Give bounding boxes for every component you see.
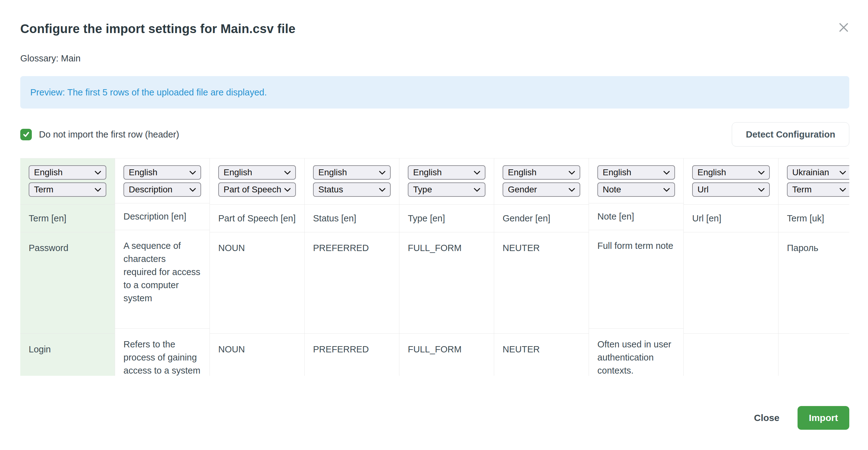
skip-header-checkbox[interactable] (20, 129, 32, 140)
chevron-down-icon (379, 188, 386, 192)
table-column: English Status Status [en] PREFERRED PRE… (305, 158, 399, 376)
chevron-down-icon (663, 188, 670, 192)
chevron-down-icon (568, 188, 575, 192)
table-cell (684, 334, 778, 376)
table-cell: FULL_FORM (399, 334, 494, 376)
chevron-down-icon (94, 171, 101, 175)
column-mapping-controls: English Description (115, 158, 210, 203)
table-column: Ukrainian Term Term [uk] Пароль (778, 158, 849, 376)
table-cell (778, 334, 849, 376)
table-cell: FULL_FORM (399, 232, 494, 334)
chevron-down-icon (758, 171, 765, 175)
scheme-select-value: Description (129, 185, 173, 194)
glossary-label: Glossary: (20, 53, 58, 63)
preview-info-text: Preview: The first 5 rows of the uploade… (30, 87, 267, 98)
table-cell: A sequence of characters required for ac… (115, 230, 210, 329)
x-glyph (839, 23, 849, 32)
table-column: English Part of Speech Part of Speech [e… (210, 158, 305, 376)
language-select-value: English (318, 168, 347, 177)
scheme-select-value: Note (603, 185, 621, 194)
language-select-value: English (34, 168, 63, 177)
chevron-down-icon (839, 171, 846, 175)
language-select[interactable]: English (29, 165, 106, 180)
language-select[interactable]: English (218, 165, 296, 180)
language-select[interactable]: English (123, 165, 201, 180)
modal-header: Configure the import settings for Main.c… (20, 18, 849, 36)
language-select[interactable]: English (408, 165, 486, 180)
column-mapping-controls: English Type (399, 158, 494, 205)
language-select[interactable]: English (503, 165, 580, 180)
language-select-value: English (603, 168, 631, 177)
language-select[interactable]: English (313, 165, 391, 180)
preview-table: English Term Term [en] Password Login En… (20, 158, 849, 376)
table-cell: PREFERRED (305, 232, 399, 334)
column-header: Gender [en] (494, 205, 589, 232)
table-cell: NOUN (210, 334, 304, 376)
language-select[interactable]: Ukrainian (787, 165, 849, 180)
glossary-value: Main (61, 53, 81, 63)
chevron-down-icon (758, 188, 765, 192)
close-icon[interactable] (837, 21, 850, 34)
column-header: Term [uk] (778, 205, 849, 232)
column-mapping-controls: English Status (305, 158, 399, 205)
language-select[interactable]: English (692, 165, 770, 180)
column-header: Status [en] (305, 205, 399, 232)
table-column: English Description Description [en] A s… (115, 158, 210, 376)
checkmark-icon (22, 130, 30, 139)
column-header: Part of Speech [en] (210, 205, 304, 232)
table-column: English Note Note [en] Full form term no… (589, 158, 684, 376)
preview-table-viewport: English Term Term [en] Password Login En… (20, 158, 849, 376)
table-column: English Gender Gender [en] NEUTER NEUTER (494, 158, 589, 376)
scheme-select[interactable]: Note (597, 182, 675, 197)
page-title: Configure the import settings for Main.c… (20, 22, 296, 36)
scheme-select-value: Gender (508, 185, 537, 194)
chevron-down-icon (284, 171, 291, 175)
language-select-value: English (129, 168, 157, 177)
close-button[interactable]: Close (754, 413, 779, 423)
column-mapping-controls: English Gender (494, 158, 589, 205)
table-cell: NEUTER (494, 232, 589, 334)
table-cell: PREFERRED (305, 334, 399, 376)
column-header: Term [en] (20, 205, 115, 232)
column-header: Description [en] (115, 203, 210, 230)
chevron-down-icon (284, 188, 291, 192)
detect-configuration-button[interactable]: Detect Configuration (732, 122, 849, 147)
glossary-line: Glossary:Main (20, 53, 849, 64)
language-select-value: English (698, 168, 726, 177)
scheme-select[interactable]: Term (787, 182, 849, 197)
scheme-select[interactable]: Term (29, 182, 106, 197)
chevron-down-icon (839, 188, 846, 192)
table-column: English Url Url [en] (684, 158, 778, 376)
import-settings-modal: Configure the import settings for Main.c… (0, 0, 868, 450)
chevron-down-icon (568, 171, 575, 175)
chevron-down-icon (474, 188, 480, 192)
scheme-select[interactable]: Gender (503, 182, 580, 197)
modal-footer: Close Import (20, 406, 849, 430)
scheme-select-value: Url (698, 185, 709, 194)
scheme-select-value: Status (318, 185, 343, 194)
chevron-down-icon (94, 188, 101, 192)
language-select[interactable]: English (597, 165, 675, 180)
table-column: English Term Term [en] Password Login (20, 158, 115, 376)
table-cell: NEUTER (494, 334, 589, 376)
table-cell: Login (20, 334, 115, 376)
header-row-option: Do not import the first row (header) (20, 129, 179, 140)
import-button[interactable]: Import (798, 406, 849, 430)
scheme-select[interactable]: Url (692, 182, 770, 197)
skip-header-label: Do not import the first row (header) (39, 129, 179, 140)
chevron-down-icon (189, 188, 196, 192)
scheme-select[interactable]: Status (313, 182, 391, 197)
scheme-select[interactable]: Part of Speech (218, 182, 296, 197)
table-column: English Type Type [en] FULL_FORM FULL_FO… (399, 158, 494, 376)
column-header: Url [en] (684, 205, 778, 232)
column-mapping-controls: English Part of Speech (210, 158, 304, 205)
scheme-select[interactable]: Type (408, 182, 486, 197)
chevron-down-icon (379, 171, 386, 175)
column-header: Type [en] (399, 205, 494, 232)
column-mapping-controls: Ukrainian Term (778, 158, 849, 205)
scheme-select[interactable]: Description (123, 182, 201, 197)
chevron-down-icon (474, 171, 480, 175)
chevron-down-icon (663, 171, 670, 175)
table-cell: NOUN (210, 232, 304, 334)
chevron-down-icon (189, 171, 196, 175)
